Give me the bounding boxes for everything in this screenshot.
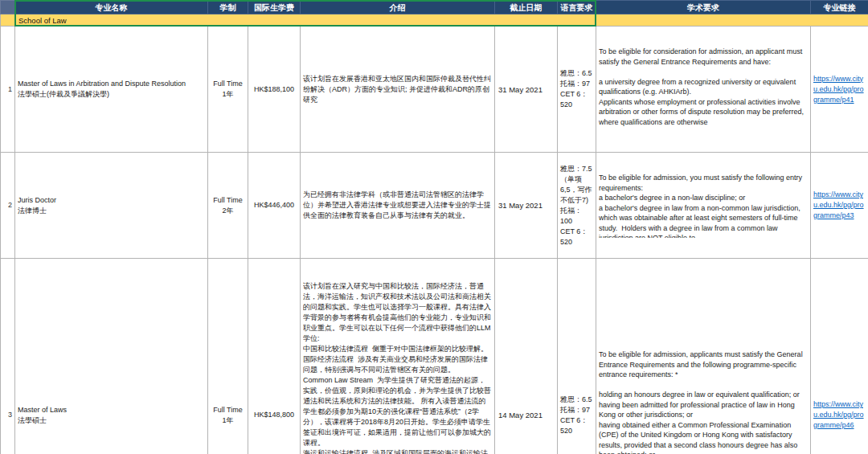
program-name-en: Juris Doctor [18,195,205,206]
program-name-cell[interactable]: Master of Laws 法學碩士 [15,259,208,454]
intro-text: 该计划旨在深入研究与中国和比较法，国际经济法，普通法，海洋运输法，知识产权和技术… [303,280,492,454]
link-cell: https://www.cityu.edu.hk/pg/programme/p4… [811,153,868,259]
mode-cell[interactable]: Full Time 1年 [208,259,248,454]
link-cell: https://www.cityu.edu.hk/pg/programme/p4… [811,259,868,454]
intro-cell[interactable]: 为已经拥有非法律学科（或非普通法司法管辖区的法律学位）并希望进入香港法律专业或想… [301,153,495,259]
section-title[interactable]: School of Law [15,14,868,27]
duration: 1年 [211,415,245,426]
duration: 1年 [211,89,245,100]
header-program-name[interactable]: 专业名称 [15,1,208,14]
program-name-zh: 法學碩士(仲裁及爭議解決學) [18,89,205,100]
mode-cell[interactable]: Full Time 2年 [208,153,248,259]
program-name-en: Master of Laws in Arbitration and Disput… [18,79,205,89]
row-number[interactable]: 1 [1,27,15,153]
program-link[interactable]: https://www.cityu.edu.hk/pg/programme/p4… [813,400,864,429]
deadline-cell[interactable]: 14 May 2021 [495,259,558,454]
tuition-cell[interactable]: HK$148,800 [248,259,301,454]
deadline-cell[interactable]: 31 May 2021 [495,27,558,153]
program-link[interactable]: https://www.cityu.edu.hk/pg/programme/p4… [813,75,864,104]
program-name-zh: 法學碩士 [18,415,205,426]
table-row: 1 Master of Laws in Arbitration and Disp… [1,27,868,153]
link-cell: https://www.cityu.edu.hk/pg/programme/p4… [811,27,868,153]
duration: 2年 [211,206,245,216]
language-req-cell[interactable]: 雅思：6.5 托福：97 CET 6：520 [558,259,596,454]
header-intro[interactable]: 介绍 [301,1,495,14]
program-name-zh: 法律博士 [18,206,205,216]
spreadsheet: 专业名称 学制 国际生学费 介绍 截止日期 语言要求 学术要求 专业链接 Sch… [0,0,868,454]
mode-cell[interactable]: Full Time 1年 [208,27,248,153]
academic-req-cell[interactable]: To be eligible for consideration for adm… [596,27,811,153]
academic-req-cell[interactable]: To be eligible for admission, you must s… [596,153,811,259]
table-row: 3 Master of Laws 法學碩士 Full Time 1年 HK$14… [1,259,868,454]
mode: Full Time [211,195,245,206]
section-band-row: School of Law [1,14,868,27]
header-deadline[interactable]: 截止日期 [495,1,558,14]
header-link[interactable]: 专业链接 [811,1,868,14]
header-mode[interactable]: 学制 [208,1,248,14]
deadline-cell[interactable]: 31 May 2021 [495,153,558,259]
section-band-num-cell[interactable] [1,14,15,27]
program-name-cell[interactable]: Master of Laws in Arbitration and Disput… [15,27,208,153]
intro-cell[interactable]: 该计划旨在发展香港和亚太地区国内和国际仲裁及替代性纠纷解决（ADR）方面的专业知… [301,27,495,153]
header-language[interactable]: 语言要求 [558,1,596,14]
header-academic[interactable]: 学术要求 [596,1,811,14]
intro-cell[interactable]: 该计划旨在深入研究与中国和比较法，国际经济法，普通法，海洋运输法，知识产权和技术… [301,259,495,454]
program-link[interactable]: https://www.cityu.edu.hk/pg/programme/p4… [813,190,864,219]
language-req-cell[interactable]: 雅思：6.5 托福：97 CET 6：520 [558,27,596,153]
programs-table: 专业名称 学制 国际生学费 介绍 截止日期 语言要求 学术要求 专业链接 Sch… [0,0,868,454]
table-header-row: 专业名称 学制 国际生学费 介绍 截止日期 语言要求 学术要求 专业链接 [1,1,868,14]
program-name-en: Master of Laws [18,405,205,415]
academic-req-text: To be eligible for admission, you must s… [599,173,808,238]
mode: Full Time [211,405,245,415]
tuition-cell[interactable]: HK$188,100 [248,27,301,153]
table-row: 2 Juris Doctor 法律博士 Full Time 2年 HK$446,… [1,153,868,259]
program-name-cell[interactable]: Juris Doctor 法律博士 [15,153,208,259]
header-tuition[interactable]: 国际生学费 [248,1,301,14]
tuition-cell[interactable]: HK$446,400 [248,153,301,259]
language-req-cell[interactable]: 雅思：7.5（单项6,5，写作不低于7) 托福：100 CET 6：520 [558,153,596,259]
academic-req-cell[interactable]: To be eligible for admission, applicants… [596,259,811,454]
mode: Full Time [211,79,245,89]
academic-req-text: To be eligible for consideration for adm… [599,47,808,132]
corner-cell[interactable] [1,1,15,14]
row-number[interactable]: 2 [1,153,15,259]
row-number[interactable]: 3 [1,259,15,454]
